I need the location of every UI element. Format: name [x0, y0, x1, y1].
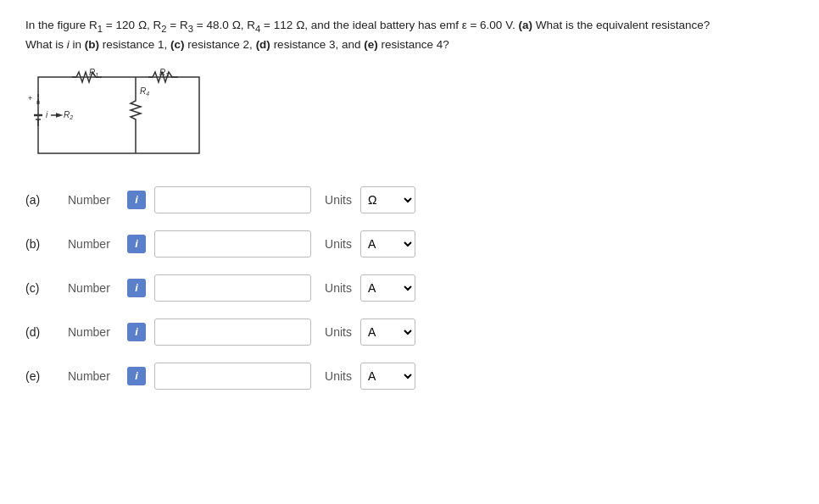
row-label-d: (d): [25, 325, 59, 339]
problem-line1: In the figure R1 = 120 Ω, R2 = R3 = 48.0…: [25, 17, 755, 36]
answer-row-b: (b)NumberiUnitsAΩVW: [25, 226, 794, 262]
number-label-b: Number: [68, 237, 119, 251]
svg-text:R4: R4: [140, 86, 149, 97]
svg-text:i: i: [46, 110, 48, 119]
number-input-b[interactable]: [154, 230, 311, 258]
answer-row-a: (a)NumberiUnitsΩAVW: [25, 182, 794, 218]
units-label-e: Units: [320, 369, 352, 383]
units-label-a: Units: [320, 193, 352, 207]
answer-row-e: (e)NumberiUnitsAΩVW: [25, 358, 794, 394]
units-label-b: Units: [320, 237, 352, 251]
info-button-b[interactable]: i: [127, 235, 146, 253]
row-label-e: (e): [25, 369, 59, 383]
number-input-d[interactable]: [154, 318, 311, 346]
units-select-d[interactable]: AΩVW: [360, 318, 415, 346]
row-label-c: (c): [25, 281, 59, 295]
info-button-d[interactable]: i: [127, 323, 146, 341]
units-label-d: Units: [320, 325, 352, 339]
units-select-e[interactable]: AΩVW: [360, 363, 415, 390]
units-select-b[interactable]: AΩVW: [360, 230, 415, 258]
number-label-c: Number: [68, 281, 119, 295]
number-label-e: Number: [68, 369, 119, 383]
answer-row-c: (c)NumberiUnitsAΩVW: [25, 270, 794, 306]
svg-text:+: +: [28, 94, 32, 102]
info-button-e[interactable]: i: [127, 367, 146, 385]
problem-line2: What is i in (b) resistance 1, (c) resis…: [25, 36, 755, 53]
info-button-a[interactable]: i: [127, 191, 146, 209]
number-label-a: Number: [68, 193, 119, 207]
units-select-c[interactable]: AΩVW: [360, 274, 415, 302]
number-input-c[interactable]: [154, 274, 311, 302]
info-button-c[interactable]: i: [127, 279, 146, 297]
circuit-svg: + R1 R4 R3 R2 i: [25, 69, 212, 162]
answer-rows: (a)NumberiUnitsΩAVW(b)NumberiUnitsAΩVW(c…: [25, 182, 794, 394]
svg-rect-0: [38, 77, 199, 153]
circuit-diagram: + R1 R4 R3 R2 i: [25, 69, 794, 162]
row-label-b: (b): [25, 237, 59, 251]
units-label-c: Units: [320, 281, 352, 295]
problem-text: In the figure R1 = 120 Ω, R2 = R3 = 48.0…: [25, 17, 755, 53]
number-input-e[interactable]: [154, 363, 311, 390]
number-label-d: Number: [68, 325, 119, 339]
answer-row-d: (d)NumberiUnitsAΩVW: [25, 314, 794, 350]
number-input-a[interactable]: [154, 186, 311, 213]
svg-text:R2: R2: [64, 110, 73, 120]
units-select-a[interactable]: ΩAVW: [360, 186, 415, 213]
row-label-a: (a): [25, 193, 59, 207]
